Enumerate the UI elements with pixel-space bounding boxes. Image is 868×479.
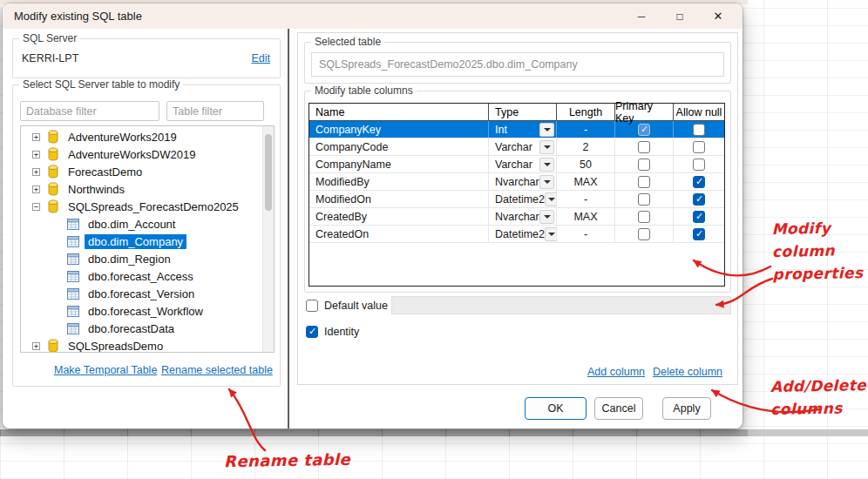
database-filter-input[interactable] <box>20 101 159 121</box>
column-length-cell[interactable]: MAX <box>557 208 615 225</box>
column-row[interactable]: CompanyKeyInt- <box>309 121 724 138</box>
column-row[interactable]: CreatedByNvarcharMAX <box>309 208 724 226</box>
column-length-cell[interactable]: 2 <box>557 138 615 155</box>
tree-item[interactable]: +SQLSpreadsDemo <box>21 337 261 353</box>
tree-item[interactable]: −SQLSpreads_ForecastDemo2025 <box>21 198 261 215</box>
column-type-cell[interactable]: Varchar <box>489 156 557 172</box>
column-name-cell[interactable]: CreatedOn <box>309 226 489 242</box>
delete-column-link[interactable]: Delete column <box>653 366 722 378</box>
primary-key-checkbox[interactable] <box>638 124 650 136</box>
column-name-cell[interactable]: CompanyCode <box>309 138 489 155</box>
edit-server-link[interactable]: Edit <box>251 52 270 64</box>
column-name-cell[interactable]: CreatedBy <box>309 208 489 225</box>
column-row[interactable]: CompanyNameVarchar50 <box>309 156 724 173</box>
close-icon[interactable]: ✕ <box>699 3 737 29</box>
type-dropdown-icon[interactable] <box>539 123 554 137</box>
column-type-cell[interactable]: Varchar <box>489 138 557 155</box>
column-length-cell[interactable]: MAX <box>557 173 615 190</box>
column-name-cell[interactable]: CompanyName <box>309 156 489 172</box>
allow-null-checkbox[interactable] <box>693 141 705 153</box>
allow-null-checkbox[interactable] <box>693 193 705 206</box>
type-dropdown-icon[interactable] <box>539 158 554 172</box>
tree-item-label[interactable]: dbo.forecast_Version <box>85 287 198 301</box>
allow-null-checkbox[interactable] <box>693 124 705 136</box>
tree-item[interactable]: dbo.forecast_Access <box>21 267 261 285</box>
allow-null-checkbox[interactable] <box>693 176 705 188</box>
column-type-cell[interactable]: Datetime2 <box>489 191 557 207</box>
default-value-checkbox[interactable] <box>306 300 318 312</box>
tree-item-label[interactable]: dbo.dim_Region <box>85 252 174 266</box>
tree-item[interactable]: dbo.forecast_Workflow <box>21 302 261 320</box>
type-dropdown-icon[interactable] <box>545 227 557 241</box>
make-temporal-table-link[interactable]: Make Temporal Table <box>54 364 157 376</box>
collapse-icon[interactable]: − <box>32 203 40 211</box>
tree-item[interactable]: +Northwinds <box>21 180 261 198</box>
expand-icon[interactable]: + <box>32 186 40 193</box>
type-dropdown-icon[interactable] <box>539 210 554 224</box>
default-value-field[interactable] <box>391 296 731 314</box>
column-name-cell[interactable]: ModifiedOn <box>309 191 489 207</box>
tree-item-label[interactable]: SQLSpreadsDemo <box>64 339 166 354</box>
primary-key-checkbox[interactable] <box>638 211 650 223</box>
type-dropdown-icon[interactable] <box>545 192 557 206</box>
tree-item-label[interactable]: dbo.forecastData <box>85 321 178 336</box>
tree-item-label[interactable]: AdventureWorksDW2019 <box>64 147 199 162</box>
type-dropdown-icon[interactable] <box>539 140 554 154</box>
column-row[interactable]: ModifiedOnDatetime2- <box>309 191 724 208</box>
tree-item-label[interactable]: dbo.forecast_Access <box>85 269 197 284</box>
type-dropdown-icon[interactable] <box>539 175 554 189</box>
tree-item-label[interactable]: dbo.dim_Account <box>85 217 179 232</box>
tree-item[interactable]: dbo.forecast_Version <box>21 285 261 302</box>
column-length-cell[interactable]: 50 <box>557 156 615 172</box>
primary-key-checkbox[interactable] <box>638 193 650 206</box>
identity-checkbox[interactable] <box>306 326 318 338</box>
cancel-button[interactable]: Cancel <box>594 397 643 420</box>
allow-null-checkbox[interactable] <box>693 211 705 223</box>
column-row[interactable]: CompanyCodeVarchar2 <box>309 138 724 156</box>
primary-key-checkbox[interactable] <box>638 176 650 188</box>
maximize-icon[interactable]: □ <box>661 3 699 29</box>
expand-icon[interactable]: + <box>32 168 40 176</box>
tree-item[interactable]: +AdventureWorks2019 <box>21 128 261 145</box>
apply-button[interactable]: Apply <box>662 397 711 420</box>
allow-null-checkbox[interactable] <box>693 159 705 171</box>
column-length-cell[interactable]: - <box>557 121 615 138</box>
tree-item-label[interactable]: AdventureWorks2019 <box>64 130 180 145</box>
primary-key-checkbox[interactable] <box>638 228 650 240</box>
tree-item-label[interactable]: ForecastDemo <box>64 165 146 179</box>
rename-selected-table-link[interactable]: Rename selected table <box>161 364 273 376</box>
tree-scrollbar[interactable] <box>262 126 274 352</box>
primary-key-checkbox[interactable] <box>638 159 650 171</box>
table-filter-input[interactable] <box>166 101 264 121</box>
tree-item[interactable]: +AdventureWorksDW2019 <box>21 145 261 163</box>
column-type-cell[interactable]: Datetime2 <box>489 226 557 242</box>
tree-item-label[interactable]: dbo.dim_Company <box>85 234 186 249</box>
column-row[interactable]: ModifiedByNvarcharMAX <box>309 173 724 191</box>
tree-item[interactable]: dbo.dim_Company <box>21 233 261 250</box>
minimize-icon[interactable]: ─ <box>622 3 661 29</box>
tree-item[interactable]: dbo.dim_Account <box>21 215 261 233</box>
column-header: Name <box>309 104 489 120</box>
tree-item-label[interactable]: dbo.forecast_Workflow <box>85 304 207 319</box>
allow-null-checkbox[interactable] <box>693 228 705 240</box>
tree-item[interactable]: dbo.dim_Region <box>21 250 261 267</box>
expand-icon[interactable]: + <box>32 151 40 159</box>
column-length-cell[interactable]: - <box>557 191 615 207</box>
column-row[interactable]: CreatedOnDatetime2- <box>309 226 724 243</box>
column-name-cell[interactable]: CompanyKey <box>309 121 489 138</box>
tree-scrollbar-thumb[interactable] <box>265 134 272 211</box>
column-type-cell[interactable]: Int <box>489 121 557 138</box>
tree-item[interactable]: +ForecastDemo <box>21 163 261 180</box>
expand-icon[interactable]: + <box>32 342 40 350</box>
add-column-link[interactable]: Add column <box>587 366 645 378</box>
expand-icon[interactable]: + <box>32 133 40 141</box>
tree-item[interactable]: dbo.forecastData <box>21 320 261 337</box>
column-type-cell[interactable]: Nvarchar <box>489 173 557 190</box>
tree-item-label[interactable]: SQLSpreads_ForecastDemo2025 <box>64 199 242 214</box>
primary-key-checkbox[interactable] <box>638 141 650 153</box>
tree-item-label[interactable]: Northwinds <box>64 182 128 197</box>
column-type-cell[interactable]: Nvarchar <box>489 208 557 225</box>
column-name-cell[interactable]: ModifiedBy <box>309 173 489 190</box>
ok-button[interactable]: OK <box>525 397 587 420</box>
column-length-cell[interactable]: - <box>557 226 615 242</box>
